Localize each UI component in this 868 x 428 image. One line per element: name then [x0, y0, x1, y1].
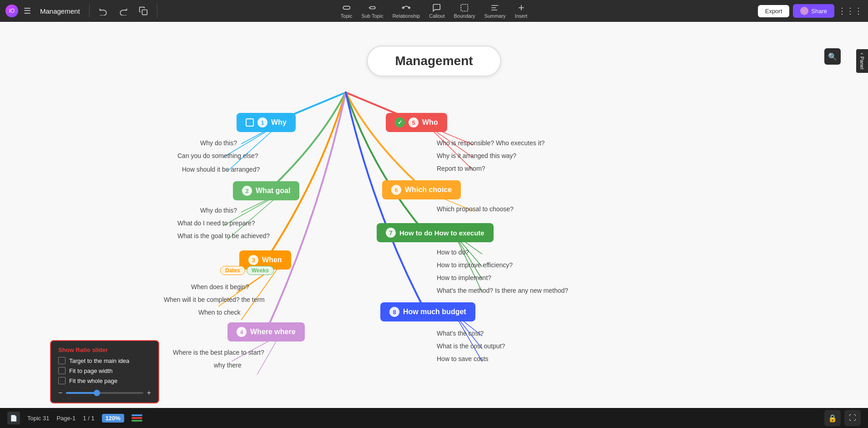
sub-budget-1: What's the cost?: [437, 330, 484, 337]
slider-fill: [66, 392, 97, 394]
node-who[interactable]: ✓ 5 Who: [386, 113, 447, 132]
grid-icon[interactable]: ⋮⋮⋮: [838, 6, 863, 16]
zoom-badge[interactable]: 120%: [102, 414, 124, 423]
book-icon[interactable]: 📄: [7, 412, 20, 424]
ratio-icon-3: [58, 377, 66, 384]
multitrack-icon: [131, 414, 142, 422]
how-num: 7: [386, 228, 396, 238]
copy-button[interactable]: [135, 5, 151, 17]
ratio-icon-1: [58, 357, 66, 364]
sub-who-2: Why is it arranged this way?: [437, 152, 516, 159]
sub-budget-3: How to save costs: [437, 355, 489, 362]
what-num: 2: [242, 186, 252, 196]
sub-what-1: Why do this?: [200, 207, 237, 214]
node-budget[interactable]: 8 How much budget: [380, 302, 475, 321]
sub-what-3: What is the goal to be achieved?: [177, 232, 270, 239]
ratio-panel: Show Ratio slider Target to the main ide…: [50, 340, 159, 403]
node-what[interactable]: 2 What goal: [233, 181, 299, 200]
sub-budget-2: What is the cost output?: [437, 342, 505, 350]
where-label: Where where: [250, 328, 296, 336]
ratio-label-1: Target to the main idea: [69, 357, 129, 364]
svg-rect-0: [142, 10, 147, 15]
search-button[interactable]: 🔍: [824, 48, 841, 65]
svg-rect-2: [370, 7, 375, 9]
summary-button[interactable]: Summary: [481, 1, 510, 20]
right-panel-toggle[interactable]: ‹ Panel: [856, 49, 868, 73]
boundary-button[interactable]: Boundary: [450, 1, 479, 20]
sub-when-3: When to check: [198, 309, 241, 316]
why-checkbox: [246, 118, 254, 127]
sub-how-3: How to implement?: [437, 274, 491, 281]
node-where[interactable]: 4 Where where: [227, 322, 305, 341]
ratio-label-2: Fit to page width: [69, 367, 112, 374]
ratio-item-2[interactable]: Fit to page width: [58, 367, 151, 374]
what-label: What goal: [256, 187, 290, 195]
lock-icon[interactable]: 🔒: [824, 410, 841, 426]
statusbar-right: 🔒 ⛶: [824, 410, 861, 426]
how-label: How to do How to execute: [399, 229, 484, 237]
sub-how-4: What's the method? Is there any new meth…: [437, 287, 568, 294]
zoom-slider[interactable]: [66, 392, 143, 394]
budget-label: How much budget: [403, 308, 466, 316]
who-label: Who: [422, 118, 438, 127]
undo-button[interactable]: [95, 5, 111, 17]
topic-button[interactable]: Topic: [337, 1, 356, 20]
sub-who-3: Report to whom?: [437, 165, 485, 172]
insert-button[interactable]: Insert: [511, 1, 531, 20]
central-node[interactable]: Management: [367, 46, 501, 76]
svg-rect-1: [343, 6, 350, 10]
tag-dates[interactable]: Dates: [220, 266, 245, 275]
svg-line-25: [428, 126, 473, 170]
ratio-item-1[interactable]: Target to the main idea: [58, 357, 151, 364]
callout-button[interactable]: Callout: [425, 1, 448, 20]
zoom-slider-row: − +: [58, 389, 151, 397]
svg-line-33: [455, 315, 482, 362]
when-num: 3: [248, 255, 258, 265]
who-check: ✓: [395, 117, 405, 127]
sub-which-1: Which proposal to choose?: [437, 205, 514, 213]
sub-who-1: Who is responsible? Who executes it?: [437, 139, 545, 147]
who-num: 5: [409, 117, 419, 127]
zoom-minus[interactable]: −: [58, 389, 62, 397]
app-title: Management: [40, 7, 80, 15]
node-why[interactable]: 1 Why: [237, 113, 296, 132]
app-logo: iO: [5, 5, 18, 17]
sub-when-2: When will it be completed? the term: [164, 296, 265, 303]
sub-what-2: What do I need to prepare?: [177, 219, 255, 227]
sub-why-2: Can you do something else?: [177, 152, 258, 159]
toolbar-center: Topic Sub Topic Relationship Callout Bou…: [337, 1, 531, 20]
zoom-plus[interactable]: +: [147, 389, 151, 397]
canvas[interactable]: Management 1 Why Why do this? Can you do…: [0, 22, 868, 428]
node-how[interactable]: 7 How to do How to execute: [377, 223, 494, 242]
sub-how-1: How to do?: [437, 249, 469, 256]
export-button[interactable]: Export: [758, 5, 790, 17]
why-num: 1: [257, 117, 267, 127]
sub-how-2: How to improve efficiency?: [437, 261, 513, 269]
sub-where-1: Where is the best place to start?: [173, 349, 264, 356]
ratio-item-3[interactable]: Fit the whole page: [58, 377, 151, 384]
ratio-icon-2: [58, 367, 66, 374]
relationship-button[interactable]: Relationship: [389, 1, 424, 20]
redo-button[interactable]: [115, 5, 131, 17]
divider2: [157, 5, 157, 17]
page-label: Page-1: [56, 415, 76, 422]
topic-count: Topic 31: [27, 415, 49, 422]
ratio-title: Show Ratio slider: [58, 346, 151, 353]
where-num: 4: [237, 327, 247, 337]
menu-icon[interactable]: ☰: [22, 4, 33, 18]
subtopic-button[interactable]: Sub Topic: [358, 1, 387, 20]
sub-where-2: why there: [214, 362, 242, 369]
ratio-label-3: Fit the whole page: [69, 377, 117, 384]
statusbar: 📄 Topic 31 Page-1 1 / 1 120% 🔒 ⛶: [0, 408, 868, 428]
budget-num: 8: [389, 307, 399, 317]
toolbar: iO ☰ Management Topic Sub Topic Relation…: [0, 0, 868, 22]
svg-rect-6: [461, 5, 468, 11]
node-which[interactable]: 6 Which choice: [382, 180, 461, 199]
why-label: Why: [271, 118, 287, 127]
when-label: When: [262, 256, 282, 264]
expand-icon[interactable]: ⛶: [844, 410, 861, 426]
main-area: Management 1 Why Why do this? Can you do…: [0, 22, 868, 428]
share-button[interactable]: Share: [793, 4, 834, 18]
tag-weeks[interactable]: Weeks: [247, 266, 274, 275]
which-label: Which choice: [405, 186, 452, 194]
